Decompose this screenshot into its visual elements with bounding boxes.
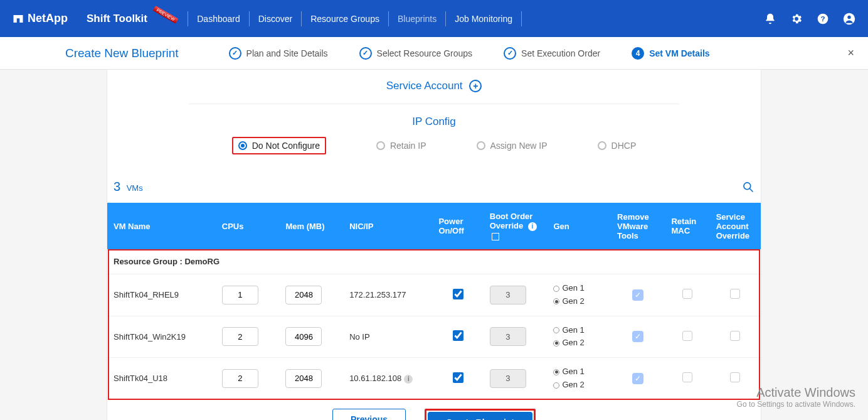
cell-vm-name: ShiftTk04_U18 <box>107 358 216 400</box>
vm-count-row: 3 VMs <box>107 166 761 203</box>
header-checkbox[interactable] <box>492 233 499 240</box>
product-name: Shift Toolkit <box>87 13 147 25</box>
gen1-radio[interactable]: Gen 1 <box>553 324 605 337</box>
help-icon[interactable]: ? <box>817 13 829 25</box>
primary-nav: Dashboard Discover Resource Groups Bluep… <box>197 11 531 26</box>
mem-input[interactable] <box>285 286 322 304</box>
retain-mac-checkbox[interactable] <box>682 331 692 341</box>
divider <box>188 11 188 26</box>
cell-nic: No IP <box>343 316 432 358</box>
retain-mac-checkbox[interactable] <box>682 289 692 299</box>
nav-resource-groups[interactable]: Resource Groups <box>310 14 379 24</box>
ip-option-retain-ip[interactable]: Retain IP <box>376 137 426 154</box>
brand-text: NetApp <box>28 12 68 25</box>
radio-icon <box>238 141 247 150</box>
radio-icon <box>477 141 485 150</box>
table-row: ShiftTk04_Win2K19No IPGen 1Gen 2✓ <box>107 316 761 358</box>
retain-mac-checkbox[interactable] <box>682 372 692 382</box>
table-row: ShiftTk04_RHEL9172.21.253.177Gen 1Gen 2✓ <box>107 274 761 316</box>
power-checkbox[interactable] <box>453 289 463 299</box>
nav-dashboard[interactable]: Dashboard <box>197 14 240 24</box>
step-plan-site[interactable]: Plan and Site Details <box>229 47 328 60</box>
step-vm-details[interactable]: 4Set VM Details <box>632 47 709 60</box>
boot-order-input[interactable] <box>490 327 526 346</box>
col-mem: Mem (MB) <box>279 203 343 249</box>
svg-line-5 <box>750 188 753 191</box>
netapp-icon <box>13 13 24 24</box>
radio-icon <box>376 141 385 150</box>
mem-input[interactable] <box>285 369 322 388</box>
user-icon[interactable] <box>843 13 855 25</box>
table-row: ShiftTk04_U1810.61.182.108iGen 1Gen 2✓ <box>107 358 761 400</box>
step-select-rg[interactable]: Select Resource Groups <box>359 47 473 60</box>
gen2-radio[interactable]: Gen 2 <box>553 295 605 308</box>
vm-details-panel: Service Account + IP Config Do Not Confi… <box>107 70 761 420</box>
svc-override-checkbox[interactable] <box>730 331 740 341</box>
brand-logo: NetApp <box>13 12 68 25</box>
cell-nic: 172.21.253.177 <box>343 274 432 316</box>
ip-option-dhcp[interactable]: DHCP <box>598 137 637 154</box>
col-cpus: CPUs <box>216 203 280 249</box>
remove-tools-checkbox[interactable]: ✓ <box>632 289 643 301</box>
svc-override-checkbox[interactable] <box>730 289 740 299</box>
gen2-radio[interactable]: Gen 2 <box>553 337 605 350</box>
previous-button[interactable]: Previous <box>332 409 406 420</box>
add-service-account-button[interactable]: + <box>469 80 482 92</box>
nav-blueprints[interactable]: Blueprints <box>398 14 437 24</box>
remove-tools-checkbox[interactable]: ✓ <box>632 331 643 342</box>
top-right-icons: ? <box>764 13 855 25</box>
info-icon[interactable]: i <box>404 375 413 384</box>
step-exec-order[interactable]: Set Execution Order <box>504 47 600 60</box>
col-nic: NIC/IP <box>343 203 432 249</box>
search-icon[interactable] <box>742 181 754 193</box>
cpus-input[interactable] <box>222 286 258 304</box>
ip-option-assign-new-ip[interactable]: Assign New IP <box>477 137 548 154</box>
mem-input[interactable] <box>285 327 322 346</box>
top-bar: NetApp Shift Toolkit PREVIEW Dashboard D… <box>0 0 868 37</box>
svc-override-checkbox[interactable] <box>730 372 740 382</box>
cpus-input[interactable] <box>222 327 258 346</box>
wizard-footer: Previous Create Blueprint <box>107 400 761 420</box>
cell-vm-name: ShiftTk04_RHEL9 <box>107 274 216 316</box>
ip-config-options: Do Not Configure Retain IP Assign New IP… <box>107 137 761 166</box>
create-blueprint-button[interactable]: Create Blueprint <box>428 412 532 420</box>
gear-icon[interactable] <box>790 13 803 25</box>
ip-option-do-not-configure[interactable]: Do Not Configure <box>238 141 320 151</box>
col-gen: Gen <box>547 203 611 249</box>
bell-icon[interactable] <box>764 13 776 25</box>
power-checkbox[interactable] <box>453 372 463 383</box>
service-account-row: Service Account + <box>107 70 761 104</box>
wizard-stepbar: Create New Blueprint Plan and Site Detai… <box>0 37 868 70</box>
col-boot: Boot Order Override i <box>484 203 548 249</box>
gen-cell: Gen 1Gen 2 <box>547 316 611 358</box>
power-checkbox[interactable] <box>453 330 463 341</box>
col-remove-tools: Remove VMware Tools <box>611 203 665 249</box>
check-icon <box>504 47 516 60</box>
check-icon <box>359 47 372 60</box>
radio-icon <box>598 141 606 150</box>
col-power: Power On/Off <box>432 203 483 249</box>
gen1-radio[interactable]: Gen 1 <box>553 282 605 295</box>
gen-cell: Gen 1Gen 2 <box>547 274 611 316</box>
highlight-box: Do Not Configure <box>232 137 326 154</box>
svg-text:?: ? <box>820 14 825 23</box>
ip-config-title: IP Config <box>107 104 761 137</box>
gen-cell: Gen 1Gen 2 <box>547 358 611 400</box>
gen1-radio[interactable]: Gen 1 <box>553 365 605 379</box>
boot-order-input[interactable] <box>490 286 526 304</box>
nav-job-monitoring[interactable]: Job Monitoring <box>455 14 512 24</box>
check-icon <box>229 47 241 60</box>
col-vm-name: VM Name <box>107 203 216 249</box>
preview-ribbon: PREVIEW <box>153 6 179 24</box>
boot-order-input[interactable] <box>490 369 526 388</box>
info-icon[interactable]: i <box>528 222 537 231</box>
remove-tools-checkbox[interactable]: ✓ <box>632 373 643 384</box>
cpus-input[interactable] <box>222 369 258 388</box>
close-icon[interactable]: × <box>847 46 854 60</box>
highlight-box: Create Blueprint <box>425 409 536 420</box>
col-retain-mac: Retain MAC <box>665 203 709 249</box>
vm-table: VM Name CPUs Mem (MB) NIC/IP Power On/Of… <box>107 203 761 400</box>
nav-discover[interactable]: Discover <box>258 14 292 24</box>
gen2-radio[interactable]: Gen 2 <box>553 379 605 392</box>
cell-nic: 10.61.182.108i <box>343 358 432 400</box>
